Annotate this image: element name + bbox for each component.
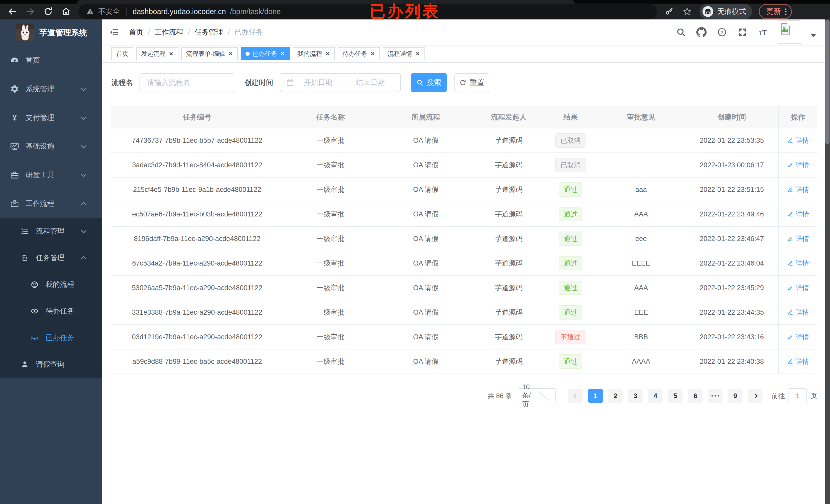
address-bar[interactable]: 不安全 dashboard.yudao.iocoder.cn/bpm/task/… (78, 4, 657, 19)
detail-link[interactable]: 详情 (787, 185, 809, 194)
url-path[interactable]: /bpm/task/done (230, 7, 281, 16)
sidebar-item-workflow[interactable]: 工作流程 (0, 189, 102, 218)
browser-chrome: 不安全 dashboard.yudao.iocoder.cn/bpm/task/… (0, 0, 830, 20)
avatar[interactable] (778, 21, 801, 44)
edit-icon (787, 284, 794, 291)
search-icon[interactable] (675, 27, 687, 38)
process-name-input[interactable] (139, 73, 234, 92)
caret-down-icon[interactable] (810, 34, 816, 37)
close-icon[interactable] (325, 51, 330, 56)
update-label[interactable]: 更新 (766, 6, 781, 16)
scrollbar-thumb[interactable] (825, 20, 829, 144)
password-key-icon[interactable] (664, 6, 675, 17)
update-button[interactable]: 更新 (759, 4, 792, 19)
tab-process-detail[interactable]: 流程详情 (383, 47, 425, 60)
security-label[interactable]: 不安全 (98, 7, 120, 16)
tab-start-process[interactable]: 发起流程 (136, 47, 179, 60)
next-page-button[interactable] (748, 389, 762, 403)
annotation-text: 已办列表 (370, 1, 440, 22)
sidebar-item-todo-tasks[interactable]: 待办任务 (0, 298, 102, 325)
tab-todo-tasks[interactable]: 待办任务 (338, 47, 380, 60)
sidebar-item-system[interactable]: 系统管理 (0, 75, 102, 103)
page-button-9[interactable]: 9 (728, 389, 742, 403)
close-icon[interactable] (168, 51, 173, 56)
bookmark-star-icon[interactable] (681, 6, 693, 17)
reload-icon[interactable] (42, 6, 54, 17)
browser-menu-icon[interactable] (785, 8, 787, 15)
page-button-1[interactable]: 1 (588, 389, 603, 403)
fullscreen-icon[interactable] (737, 27, 748, 38)
cell-task-id: 8196daff-7b9a-11ec-a290-acde48001122 (111, 227, 283, 251)
help-icon[interactable]: ? (716, 27, 728, 38)
chevron-up-icon (81, 202, 86, 207)
sidebar-item-infra[interactable]: 基础设施 (0, 132, 102, 161)
detail-link[interactable]: 详情 (787, 283, 809, 293)
detail-link[interactable]: 详情 (787, 210, 809, 219)
font-size-icon[interactable]: TT (757, 27, 769, 38)
prev-page-button[interactable] (568, 389, 583, 403)
page-scrollbar[interactable] (825, 20, 830, 504)
sidebar-item-my-process[interactable]: 我的流程 (0, 271, 102, 298)
broken-image-icon (780, 23, 791, 35)
sidebar-item-leave-query[interactable]: 请假查询 (0, 351, 102, 378)
back-icon[interactable] (7, 6, 18, 17)
edit-icon (787, 235, 794, 242)
page-button-4[interactable]: 4 (648, 389, 663, 403)
page-content: 流程名 创建时间 开始日期 - 结束日期 搜索 重 (102, 63, 830, 504)
page-button-2[interactable]: 2 (608, 389, 622, 403)
detail-link[interactable]: 详情 (787, 259, 809, 268)
url-host[interactable]: dashboard.yudao.iocoder.cn (133, 7, 226, 16)
table-row: 8196daff-7b9a-11ec-a290-acde48001122 一级审… (111, 227, 817, 251)
detail-link[interactable]: 详情 (787, 161, 809, 170)
browser-active-tab[interactable] (77, 0, 575, 4)
logo-row: 芋道管理系统 (0, 20, 102, 46)
page-button-5[interactable]: 5 (668, 389, 682, 403)
tab-home[interactable]: 首页 (111, 47, 133, 60)
date-range-picker[interactable]: 开始日期 - 结束日期 (280, 73, 401, 92)
tab-done-tasks[interactable]: 已办任务 (241, 47, 290, 60)
svg-text:?: ? (721, 30, 724, 35)
page-button-6[interactable]: 6 (688, 389, 703, 403)
sidebar-item-devtools[interactable]: 研发工具 (0, 161, 102, 189)
start-date-placeholder[interactable]: 开始日期 (294, 78, 342, 88)
github-icon[interactable] (696, 27, 707, 38)
sidebar-item-process-mgmt[interactable]: 流程管理 (0, 218, 102, 244)
close-icon[interactable] (280, 51, 285, 56)
result-tag: 通过 (558, 232, 582, 246)
page-button-3[interactable]: 3 (628, 389, 643, 403)
page-size-select[interactable]: 10条/页 (518, 389, 555, 403)
close-icon[interactable] (370, 51, 375, 56)
close-icon[interactable] (228, 51, 233, 56)
more-pages-button[interactable] (708, 389, 723, 403)
detail-link[interactable]: 详情 (787, 357, 809, 366)
filter-form: 流程名 创建时间 开始日期 - 结束日期 搜索 重 (111, 73, 817, 92)
search-button[interactable]: 搜索 (411, 73, 447, 92)
detail-link[interactable]: 详情 (787, 333, 809, 341)
svg-text:T: T (759, 31, 762, 36)
home-icon[interactable] (60, 6, 72, 17)
result-tag: 不通过 (555, 330, 585, 344)
breadcrumb-home[interactable]: 首页 (129, 27, 143, 37)
close-icon[interactable] (415, 51, 420, 56)
tab-my-process[interactable]: 我的流程 (293, 47, 335, 60)
detail-link[interactable]: 详情 (787, 308, 809, 317)
tab-form-edit[interactable]: 流程表单-编辑 (181, 47, 238, 60)
sidebar-item-task-mgmt[interactable]: 任务管理 (0, 244, 102, 271)
svg-text:¥: ¥ (12, 113, 17, 122)
table-row: a59c9d88-7b99-11ec-ba5c-acde48001122 一级审… (111, 349, 817, 374)
chevron-up-icon (81, 256, 86, 261)
detail-link[interactable]: 详情 (787, 136, 809, 145)
sidebar-item-done-tasks[interactable]: 已办任务 (0, 325, 102, 351)
sidebar-collapse-icon[interactable] (109, 27, 120, 38)
chevron-down-icon (81, 86, 86, 91)
sidebar-item-home[interactable]: 首页 (0, 46, 102, 75)
reset-button[interactable]: 重置 (454, 73, 489, 92)
goto-page-input[interactable] (789, 389, 807, 403)
cell-task-id: 331e3388-7b9a-11ec-a290-acde48001122 (111, 300, 283, 325)
forward-icon[interactable] (25, 6, 36, 17)
table-row: 331e3388-7b9a-11ec-a290-acde48001122 一级审… (111, 300, 817, 325)
sidebar-item-payment[interactable]: ¥ 支付管理 (0, 103, 102, 132)
chevron-down-icon (81, 228, 86, 233)
end-date-placeholder[interactable]: 结束日期 (347, 78, 394, 88)
detail-link[interactable]: 详情 (787, 234, 809, 243)
